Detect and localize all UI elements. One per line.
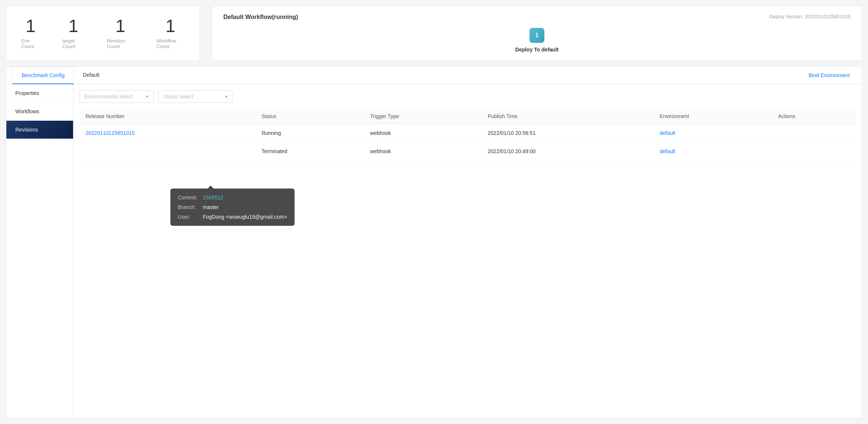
stats-panel: 1 Env Count 1 target Count 1 Revision Co… (6, 6, 200, 60)
environment-cell-2: default (654, 142, 772, 161)
filter-row: Environmental select ▼ Status select ▼ (79, 90, 856, 103)
environment-link-2[interactable]: default (660, 148, 675, 154)
workflow-count-value: 1 (166, 17, 176, 35)
tooltip-commit-row: Commit: 15b8512 (178, 194, 287, 200)
tooltip-user-label: User: (178, 214, 198, 220)
deploy-version: Deploy Version: 20220110125651015 (769, 14, 850, 19)
tab-spacer (108, 67, 803, 84)
col-release-number: Release Number (79, 109, 255, 124)
stat-workflow: 1 Workflow Count (156, 17, 185, 49)
tooltip-branch-row: Branch: master (178, 204, 287, 210)
tooltip-branch-value: master (203, 204, 219, 210)
env-count-value: 1 (26, 17, 36, 35)
content-area: Properties Workflows Revisions Environme… (6, 84, 862, 418)
environment-cell: default (654, 124, 772, 142)
tooltip-commit-label: Commit: (178, 194, 198, 200)
tooltip-branch-label: Branch: (178, 204, 198, 210)
sidebar-item-revisions[interactable]: Revisions (6, 121, 73, 139)
environment-link[interactable]: default (660, 130, 675, 136)
trigger-type-cell-2: webhook (364, 142, 482, 161)
revisions-table: Release Number Status Trigger Type Publi… (79, 109, 856, 161)
workflow-count-label: Workflow Count (156, 38, 185, 49)
workflow-panel: Default Workflow(running) Deploy Version… (212, 6, 862, 60)
table-row: Terminated webhook 2022/01/10 20:49:00 d… (79, 142, 856, 161)
tooltip-user-row: User: FogDong <wuwuglu19@gmail.com> (178, 214, 287, 220)
status-cell-terminated: Terminated (255, 142, 364, 161)
tabs-row: Benchmark Config Default Bind Environmen… (6, 67, 862, 84)
actions-cell (772, 124, 856, 142)
status-cell-running: Running (255, 124, 364, 142)
sidebar-item-workflows[interactable]: Workflows (6, 102, 73, 121)
env-select-arrow: ▼ (145, 95, 149, 99)
revision-count-value: 1 (115, 17, 125, 35)
stat-revision: 1 Revision Count (107, 17, 134, 49)
release-number-link[interactable]: 20220110125651015 (85, 130, 135, 136)
env-count-label: Env Count (21, 38, 40, 49)
revision-count-label: Revision Count (107, 38, 134, 49)
sidebar-item-properties[interactable]: Properties (6, 84, 73, 102)
table-row: 20220110125651015 Running webhook 2022/0… (79, 124, 856, 142)
workflow-content: 1 Deploy To default (223, 28, 850, 53)
status-select[interactable]: Status select ▼ (158, 90, 233, 103)
target-count-label: target Count (62, 38, 84, 49)
col-status: Status (255, 109, 364, 124)
stat-env: 1 Env Count (21, 17, 40, 49)
status-select-arrow: ▼ (224, 95, 228, 99)
stat-target: 1 target Count (62, 17, 84, 49)
tab-benchmark-config[interactable]: Benchmark Config (12, 67, 74, 84)
target-count-value: 1 (68, 17, 78, 35)
deploy-badge: 1 (529, 28, 544, 43)
col-publish-time: Publish Time (482, 109, 654, 124)
col-environment: Environment (654, 109, 772, 124)
col-trigger-type: Trigger Type (364, 109, 482, 124)
tab-default[interactable]: Default (74, 67, 108, 84)
sidebar: Properties Workflows Revisions (6, 84, 73, 418)
trigger-type-cell: webhook (364, 124, 482, 142)
table-header-row: Release Number Status Trigger Type Publi… (79, 109, 856, 124)
publish-time-cell-2: 2022/01/10 20:49:00 (482, 142, 654, 161)
environmental-select[interactable]: Environmental select ▼ (79, 90, 154, 103)
bind-environment-button[interactable]: Bind Environment (802, 67, 856, 84)
workflow-title: Default Workflow(running) (223, 14, 298, 20)
actions-cell-2 (772, 142, 856, 161)
deploy-label: Deploy To default (515, 47, 559, 53)
commit-tooltip: Commit: 15b8512 Branch: master User: Fog… (170, 189, 295, 226)
table-area: Environmental select ▼ Status select ▼ R… (73, 84, 862, 418)
release-number-cell-2 (79, 142, 255, 161)
publish-time-cell: 2022/01/10 20:56:51 (482, 124, 654, 142)
top-panels: 1 Env Count 1 target Count 1 Revision Co… (6, 6, 862, 60)
page-container: 1 Env Count 1 target Count 1 Revision Co… (0, 0, 868, 424)
tooltip-commit-value[interactable]: 15b8512 (203, 194, 223, 200)
col-actions: Actions (772, 109, 856, 124)
tooltip-user-value: FogDong <wuwuglu19@gmail.com> (203, 214, 287, 220)
main-content: Benchmark Config Default Bind Environmen… (6, 66, 862, 418)
release-number-cell: 20220110125651015 (79, 124, 255, 142)
workflow-header: Default Workflow(running) Deploy Version… (223, 14, 850, 20)
